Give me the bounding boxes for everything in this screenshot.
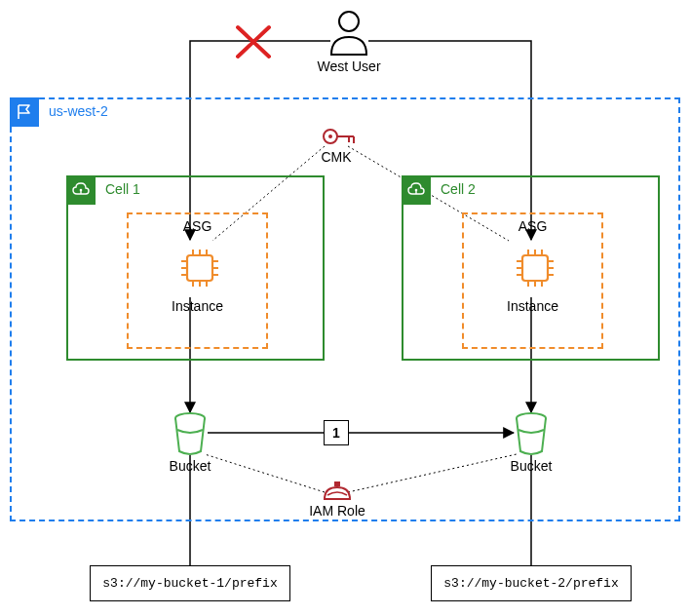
bucket-1-uri: s3://my-bucket-1/prefix: [90, 565, 290, 601]
svg-point-5: [80, 189, 83, 192]
cell-cloud-icon: [66, 175, 96, 205]
bucket-2-label: Bucket: [497, 458, 565, 474]
asg-1: ASG Instance: [127, 212, 268, 349]
asg-1-label: ASG: [129, 218, 266, 234]
cell-2-label: Cell 2: [441, 181, 476, 197]
region-flag-icon: [10, 97, 39, 127]
region-label: us-west-2: [49, 103, 108, 119]
bucket-2-icon: [514, 412, 549, 455]
instance-2-icon: [511, 244, 559, 292]
cell-cloud-icon: [402, 175, 431, 205]
user-icon: [327, 10, 370, 57]
asg-2-label: ASG: [464, 218, 601, 234]
svg-point-2: [339, 12, 359, 31]
instance-2-label: Instance: [464, 298, 601, 314]
svg-rect-6: [187, 255, 212, 281]
iam-role-label: IAM Role: [302, 503, 372, 519]
bucket-1-label: Bucket: [156, 458, 224, 474]
cell-1: Cell 1 ASG Instance: [66, 175, 325, 361]
step-1-box: 1: [324, 420, 349, 445]
cell-1-label: Cell 1: [105, 181, 140, 197]
instance-1-icon: [175, 244, 224, 292]
step-1-label: 1: [332, 425, 340, 441]
cmk-key-icon: [322, 125, 357, 148]
svg-rect-35: [334, 481, 340, 486]
cell-2: Cell 2 ASG Instance: [402, 175, 660, 361]
asg-2: ASG Instance: [462, 212, 603, 349]
bucket-2-uri: s3://my-bucket-2/prefix: [431, 565, 632, 601]
cmk-label: CMK: [312, 149, 361, 165]
svg-point-19: [415, 189, 418, 192]
instance-1-label: Instance: [129, 298, 266, 314]
svg-point-4: [328, 135, 332, 138]
bucket-1-icon: [173, 412, 208, 455]
architecture-diagram: West User us-west-2 CMK Cell 1 ASG: [0, 0, 691, 616]
svg-rect-20: [522, 255, 548, 281]
iam-role-icon: [322, 480, 353, 501]
user-label: West User: [310, 58, 388, 74]
